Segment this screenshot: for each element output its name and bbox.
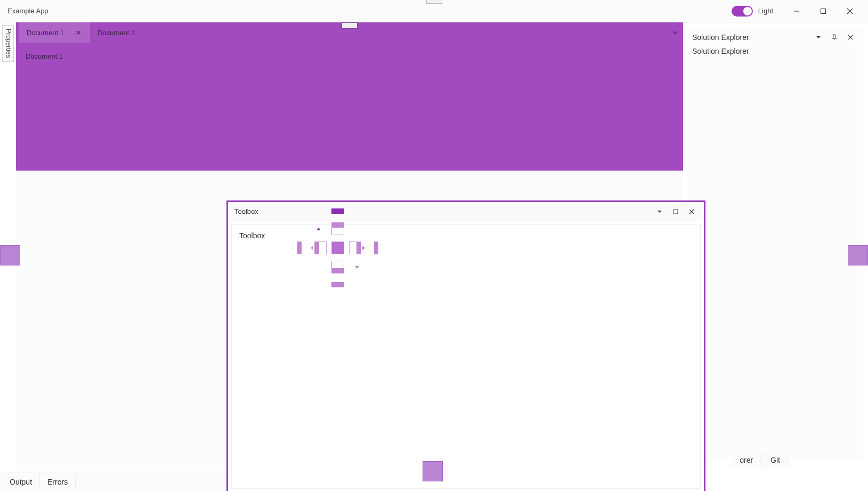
theme-toggle[interactable] [732, 6, 753, 17]
title-bar: Example App Light [0, 0, 868, 22]
right-bottom-tab-git[interactable]: Git [762, 453, 789, 468]
toolbox-title: Toolbox [234, 207, 258, 215]
panel-pin-button[interactable] [826, 30, 842, 45]
solution-explorer-title: Solution Explorer [692, 33, 749, 42]
app-title: Example App [7, 7, 48, 15]
panel-close-button[interactable] [842, 30, 858, 45]
svg-rect-6 [674, 210, 678, 214]
document-tab-strip: Document 1 ✕ Document 2 [16, 22, 683, 43]
toolbox-floating-window[interactable]: Toolbox Toolbox [226, 200, 705, 491]
document-drop-highlight: Document 1 ✕ Document 2 Document 1 [16, 22, 683, 171]
svg-rect-1 [821, 9, 826, 13]
toolbox-menu-button[interactable] [652, 204, 668, 219]
solution-explorer-header: Solution Explorer [687, 29, 863, 46]
dock-edge-right[interactable] [848, 245, 868, 265]
theme-toggle-label: Light [758, 7, 773, 15]
toolbox-body: Toolbox [231, 224, 701, 489]
solution-explorer-body-label: Solution Explorer [687, 46, 863, 57]
toolbox-header[interactable]: Toolbox [228, 202, 704, 221]
bottom-tab-errors[interactable]: Errors [40, 474, 76, 489]
window-minimize-button[interactable] [786, 4, 807, 19]
bottom-tab-output[interactable]: Output [2, 474, 40, 489]
document-tabs-dropdown[interactable] [672, 29, 683, 37]
dock-edge-bottom[interactable] [423, 461, 443, 481]
document-body-label: Document 1 [26, 52, 63, 60]
dock-edge-left[interactable] [0, 245, 20, 265]
window-close-button[interactable] [839, 4, 861, 19]
window-maximize-button[interactable] [813, 4, 834, 19]
right-bottom-tab-strip: orer Git [731, 453, 789, 468]
document-tab-1[interactable]: Document 1 ✕ [19, 22, 90, 43]
solution-explorer-panel: Solution Explorer Solution Explorer [687, 29, 863, 459]
toolbox-close-button[interactable] [684, 204, 700, 219]
document-tab-2-label: Document 2 [98, 29, 135, 37]
toolbox-body-label: Toolbox [232, 225, 700, 246]
panel-menu-button[interactable] [810, 30, 826, 45]
toolbox-maximize-button[interactable] [668, 204, 684, 219]
window-grip-top[interactable] [426, 0, 442, 4]
right-bottom-tab-explorer[interactable]: orer [731, 453, 762, 468]
document-tab-2[interactable]: Document 2 [90, 22, 140, 43]
close-icon[interactable]: ✕ [72, 29, 85, 37]
document-tab-1-label: Document 1 [27, 29, 64, 37]
properties-collapsed-tab[interactable]: Properties [2, 25, 14, 62]
